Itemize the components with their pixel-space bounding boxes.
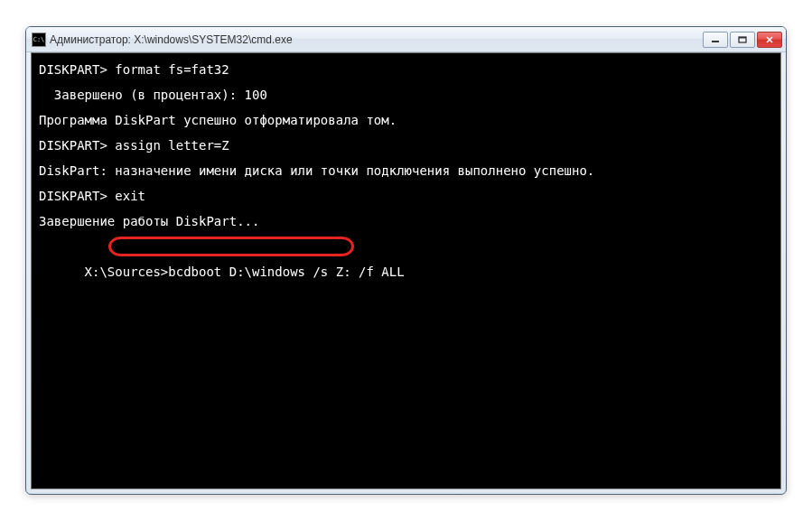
console-line: DISKPART> exit (39, 183, 773, 209)
console-line: DISKPART> assign letter=Z (39, 133, 773, 158)
console-line: X:\Sources>bcdboot D:\windows /s Z: /f A… (39, 234, 773, 335)
highlight-annotation (108, 237, 354, 256)
minimize-button[interactable] (703, 32, 728, 48)
cmd-icon: C:\ (32, 32, 46, 47)
console-line: DiskPart: назначение имени диска или точ… (39, 158, 773, 183)
window-title: Администратор: X:\windows\SYSTEM32\cmd.e… (50, 33, 703, 46)
console-line: DISKPART> format fs=fat32 (39, 57, 773, 82)
window-controls (703, 32, 782, 48)
svg-rect-2 (739, 37, 746, 39)
console-line: Завершение работы DiskPart... (39, 209, 773, 234)
console-area[interactable]: DISKPART> format fs=fat32 Завершено (в п… (31, 52, 781, 489)
cmd-window: C:\ Администратор: X:\windows\SYSTEM32\c… (25, 26, 787, 495)
maximize-button[interactable] (730, 32, 755, 48)
titlebar[interactable]: C:\ Администратор: X:\windows\SYSTEM32\c… (26, 27, 786, 52)
svg-rect-0 (712, 41, 719, 42)
close-button[interactable] (757, 32, 782, 48)
console-prompt: X:\Sources>bcdboot D:\windows /s Z: /f A… (85, 265, 405, 279)
console-line: Завершено (в процентах): 100 (39, 82, 773, 107)
console-line: Программа DiskPart успешно отформатирова… (39, 107, 773, 133)
